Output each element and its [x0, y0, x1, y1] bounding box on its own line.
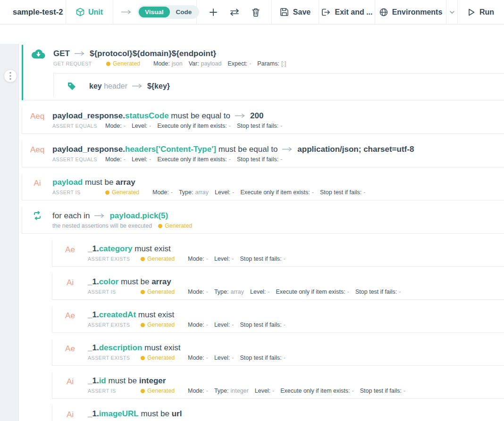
- meta-item: Mode:-: [188, 289, 208, 296]
- tab-code[interactable]: Code: [170, 7, 198, 17]
- title-segment: _1.: [88, 376, 99, 385]
- step-type-label: ASSERT EXISTS: [88, 355, 141, 362]
- meta-value: -: [280, 156, 282, 163]
- assert-exists-description-step[interactable]: Ae_1.description must existASSERT EXISTS…: [52, 339, 504, 366]
- meta-item: Stop test if fails:-: [240, 355, 285, 362]
- step-type-badge: Ae: [65, 310, 75, 321]
- cloud-download-icon: [30, 49, 46, 60]
- step-body: _1.id must be integerASSERT ISGeneratedM…: [88, 375, 504, 395]
- meta-value: -: [149, 156, 151, 163]
- more-options-button[interactable]: [4, 69, 17, 83]
- unit-button[interactable]: Unit: [76, 8, 103, 17]
- step-meta-row: ASSERT ISGeneratedMode:-Type:arrayLevel:…: [52, 189, 504, 196]
- meta-label: Level:: [215, 189, 230, 196]
- meta-value: json: [172, 60, 183, 67]
- step-body: payload must be arrayASSERT ISGeneratedM…: [52, 177, 504, 196]
- meta-item: Level:-: [214, 322, 234, 329]
- step-meta-row: ASSERT EXISTSGeneratedMode:-Level:-Stop …: [88, 322, 504, 329]
- title-segment: for each in: [52, 211, 90, 220]
- meta-item: Level:-: [255, 388, 275, 395]
- step-gutter: Aeq: [22, 110, 52, 122]
- meta-value: -: [399, 289, 401, 295]
- assert-is-id-integer-step[interactable]: Ai_1.id must be integerASSERT ISGenerate…: [52, 372, 504, 399]
- exit-button[interactable]: Exit and ...: [321, 8, 372, 17]
- title-segment: _1.: [88, 343, 99, 352]
- generated-label: Generated: [147, 289, 175, 296]
- assert-is-payload-array-step[interactable]: Aipayload must be arrayASSERT ISGenerate…: [22, 174, 504, 200]
- meta-value: -: [149, 123, 151, 129]
- nested-assertions: Ae_1.category must existASSERT EXISTSGen…: [52, 240, 504, 421]
- assert-exists-createdat-step[interactable]: Ae_1.createdAt must existASSERT EXISTSGe…: [52, 306, 504, 333]
- assert-is-imageurl-url-step[interactable]: Ai_1.imageURL must be urlASSERT ISGenera…: [52, 405, 504, 421]
- step-type-label: ASSERT EQUALS: [52, 123, 105, 130]
- meta-value: -: [206, 256, 208, 262]
- title-segment: must be equal to: [169, 111, 230, 120]
- step-title: key header${key}: [89, 81, 170, 91]
- assert-exists-category-step[interactable]: Ae_1.category must existASSERT EXISTSGen…: [52, 240, 504, 267]
- meta-label: Mode:: [188, 289, 204, 295]
- title-segment: must exist: [136, 310, 174, 319]
- save-icon: [280, 8, 289, 17]
- meta-value: -: [352, 388, 354, 394]
- meta-label: Stop test if fails:: [240, 322, 281, 328]
- assert-is-color-array-step[interactable]: Ai_1.color must be arrayASSERT ISGenerat…: [52, 273, 504, 300]
- meta-item: Mode:-: [152, 189, 173, 196]
- meta-value: -: [284, 256, 286, 262]
- step-head: Ae_1.category must existASSERT EXISTSGen…: [52, 243, 504, 263]
- left-rail: [0, 44, 19, 421]
- delete-step-button[interactable]: [252, 8, 260, 17]
- step-type-badge: Ae: [65, 343, 75, 354]
- generated-label: Generated: [165, 223, 192, 230]
- title-segment: payload: [52, 178, 83, 187]
- assert-equals-content-type-step[interactable]: Aeqpayload_response.headers['Content-Typ…: [22, 140, 504, 167]
- step-meta-row: ASSERT ISGeneratedMode:-Type:integerLeve…: [88, 388, 504, 395]
- meta-item: Stop test if fails:-: [355, 289, 401, 296]
- title-segment: must be equal to: [216, 145, 277, 154]
- step-body: payload_response.statusCode must be equa…: [52, 110, 504, 130]
- title-segment: id: [99, 376, 106, 385]
- assert-equals-status-step[interactable]: Aeqpayload_response.statusCode must be e…: [22, 107, 504, 134]
- meta-item: Mode:-: [188, 355, 208, 362]
- generated-badge: Generated: [141, 256, 188, 263]
- save-button[interactable]: Save: [280, 8, 311, 17]
- meta-value: integer: [231, 388, 249, 394]
- run-button[interactable]: Run: [468, 8, 494, 17]
- meta-value: -: [232, 189, 234, 196]
- generated-label: Generated: [147, 355, 175, 362]
- title-segment: must be: [106, 376, 139, 385]
- chevron-down-icon: [449, 10, 455, 14]
- title-segment: payload_response.: [52, 145, 125, 154]
- add-step-button[interactable]: [209, 8, 218, 17]
- meta-item: Level:-: [215, 189, 235, 196]
- meta-item: Mode:-: [105, 123, 126, 130]
- step-gutter: Ae: [52, 342, 88, 354]
- title-segment: must exist: [133, 244, 171, 253]
- meta-label: Mode:: [188, 388, 204, 394]
- meta-item: Stop test if fails:-: [320, 189, 365, 196]
- reorder-steps-button[interactable]: [229, 8, 240, 17]
- step-body: for each inpayload.pick(5)the nested ass…: [52, 210, 504, 230]
- step-type-badge: Ai: [67, 409, 74, 420]
- for-each-loop-step[interactable]: for each inpayload.pick(5)the nested ass…: [22, 207, 504, 234]
- step-type-label: ASSERT EQUALS: [52, 156, 105, 163]
- arrow-icon: [282, 143, 293, 154]
- step-gutter: Ae: [52, 243, 88, 255]
- title-segment: key: [89, 82, 104, 90]
- meta-value: -: [249, 60, 251, 67]
- tab-visual[interactable]: Visual: [139, 7, 170, 17]
- step-type-label: ASSERT IS: [88, 289, 141, 296]
- step-body: _1.description must existASSERT EXISTSGe…: [88, 342, 504, 362]
- meta-value: -: [206, 355, 208, 361]
- globe-icon: [379, 8, 388, 17]
- header-key-row[interactable]: key header${key}: [54, 80, 504, 91]
- environments-dropdown-button[interactable]: [446, 0, 457, 24]
- environments-button[interactable]: Environments: [375, 0, 446, 24]
- save-label: Save: [293, 8, 311, 17]
- meta-label: Stop test if fails:: [237, 156, 278, 163]
- step-head: Aeqpayload_response.statusCode must be e…: [22, 110, 504, 130]
- step-actions-group: [197, 0, 272, 24]
- meta-value: -: [284, 322, 286, 328]
- meta-value: array: [195, 189, 209, 196]
- get-request-step[interactable]: GET${protocol}${domain}${endpoint}GET RE…: [22, 45, 504, 100]
- meta-item: Type:integer: [214, 388, 249, 395]
